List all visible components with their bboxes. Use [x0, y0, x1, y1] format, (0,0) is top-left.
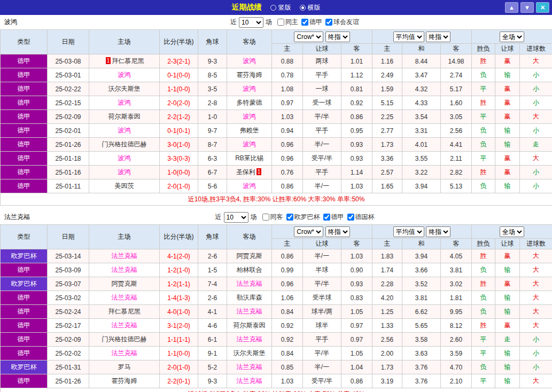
avg-draw: 3.63	[402, 347, 441, 360]
result-goals: 小	[520, 96, 552, 110]
filter-checkbox-input[interactable]	[347, 214, 354, 221]
sub-handicap-result: 让球	[495, 239, 520, 249]
result-handicap: 输	[495, 138, 520, 152]
filter-checkbox[interactable]: 德甲	[323, 213, 344, 222]
avg-away: 1.81	[441, 291, 472, 305]
result-goals: 大	[520, 277, 552, 291]
filter-checkbox[interactable]: 同主	[277, 18, 298, 27]
filter-checkbox-input[interactable]	[325, 19, 332, 26]
filter-checkbox-input[interactable]	[286, 214, 293, 221]
away-team-name: 多特蒙德	[237, 99, 262, 106]
bochum-results-table: 类型 日期 主场 比分(半场) 角球 客场 Crow* 终指 平均值 终指 全场	[0, 29, 552, 206]
result-goals: 小	[520, 82, 552, 96]
league-badge: 德甲	[1, 152, 48, 166]
odds-home: 0.76	[272, 166, 303, 179]
score-cell: 4-0(1-0)	[160, 305, 198, 319]
fulltime-select[interactable]: 全场	[500, 32, 524, 42]
average-select[interactable]: 平均值	[393, 226, 424, 237]
result-outcome: 胜	[472, 249, 495, 263]
result-goals: 大	[520, 110, 552, 124]
score-cell: 3-3(0-3)	[160, 152, 198, 166]
home-team-cell: 波鸿	[89, 166, 160, 179]
away-team-name: 霍芬海姆	[237, 71, 262, 79]
filter-checkbox[interactable]: 同客	[262, 213, 283, 222]
corners-cell: 1-5	[198, 263, 227, 277]
match-row: 德甲 25-02-17 法兰克福 3-1(2-0) 4-6 荷尔斯泰因 0.92…	[1, 319, 552, 333]
result-handicap: 赢	[495, 152, 520, 166]
odds-away: 1.05	[341, 347, 372, 360]
recent-count-select[interactable]: 10	[239, 17, 263, 28]
close-button[interactable]: ✕	[536, 2, 549, 13]
home-team-cell: 美因茨	[89, 179, 160, 193]
fulltime-select[interactable]: 全场	[500, 226, 524, 237]
col-corners: 角球	[198, 30, 227, 54]
away-team-cell: 波鸿	[227, 138, 272, 152]
odds-final-select[interactable]: 终指	[325, 226, 350, 237]
away-team-cell: 霍芬海姆	[227, 68, 272, 82]
league-badge: 德甲	[1, 96, 48, 110]
avg-home: 1.59	[372, 82, 402, 96]
odds-away: 0.90	[341, 263, 372, 277]
sub-goals: 进球数	[520, 44, 552, 54]
filter-checkbox-input[interactable]	[323, 214, 330, 221]
filter-checkbox-input[interactable]	[262, 214, 269, 221]
filter-checkbox[interactable]: 德甲	[301, 18, 322, 27]
odds-home: 0.96	[272, 138, 303, 152]
odds-away: 0.93	[341, 152, 372, 166]
filter-checkbox[interactable]: 德国杯	[347, 213, 375, 222]
result-goals: 小	[520, 166, 552, 179]
col-home: 主场	[89, 30, 160, 54]
sub-avg-home: 主	[372, 44, 402, 54]
col-score: 比分(半场)	[160, 30, 198, 54]
filter-checkbox-input[interactable]	[277, 19, 284, 26]
avg-home: 1.65	[372, 179, 402, 193]
match-row: 欧罗巴杯 25-01-31 罗马 2-0(1-0) 5-2 法兰克福 0.85 …	[1, 360, 552, 374]
titlebar-buttons: ▲ ▼ ✕	[505, 2, 549, 13]
layout-radio-vertical[interactable]: 竖版	[270, 3, 291, 12]
col-home: 主场	[89, 225, 160, 249]
league-badge: 欧罗巴杯	[1, 277, 48, 291]
avg-away: 2.60	[441, 333, 472, 347]
scroll-down-button[interactable]: ▼	[520, 2, 534, 13]
layout-radio-horizontal[interactable]: 横版	[300, 3, 321, 12]
result-outcome: 平	[472, 82, 495, 96]
odds-handicap: 球半/两	[303, 305, 341, 319]
avg-home: 2.28	[372, 277, 402, 291]
average-final-select[interactable]: 终指	[426, 32, 450, 42]
section-bochum: 波鸿 近 10 场 同主德甲球会友谊 类型 日期 主场 比分(半场) 角球 客场	[0, 15, 552, 206]
fulltime-header: 全场	[472, 30, 552, 44]
avg-home: 4.20	[372, 291, 402, 305]
odds-final-select[interactable]: 终指	[325, 32, 350, 42]
league-badge: 欧罗巴杯	[1, 249, 48, 263]
away-rank-badge: 1	[256, 168, 262, 175]
away-team-name: 阿贾克斯	[237, 252, 262, 260]
average-final-select[interactable]: 终指	[426, 226, 450, 237]
home-team-name: 拜仁慕尼黑	[112, 57, 144, 65]
corners-cell: 8-7	[198, 138, 227, 152]
corners-cell: 4-6	[198, 319, 227, 333]
result-goals: 大	[520, 305, 552, 319]
odds-handicap: 球半	[303, 319, 341, 333]
odds-company-select[interactable]: Crow*	[294, 226, 323, 237]
odds-home: 0.86	[272, 179, 303, 193]
filter-checkbox[interactable]: 欧罗巴杯	[286, 213, 320, 222]
filter-checkbox[interactable]: 球会友谊	[325, 18, 359, 27]
recent-count-select[interactable]: 10	[224, 212, 248, 223]
sub-avg-draw: 和	[402, 239, 441, 249]
result-handicap: 走	[495, 333, 520, 347]
sub-avg-away: 客	[441, 239, 472, 249]
avg-home: 5.15	[372, 96, 402, 110]
close-icon: ✕	[540, 4, 545, 11]
filter-checkbox-input[interactable]	[301, 19, 308, 26]
scroll-up-button[interactable]: ▲	[505, 2, 518, 13]
home-team-name: 门兴格拉德巴赫	[102, 335, 147, 343]
odds-home: 1.03	[272, 110, 303, 124]
avg-home: 2.56	[372, 333, 402, 347]
home-team-name: 法兰克福	[112, 349, 137, 357]
home-team-cell: 法兰克福	[89, 347, 160, 360]
corners-cell: 2-8	[198, 96, 227, 110]
average-select[interactable]: 平均值	[393, 32, 424, 42]
match-row: 德甲 25-03-09 法兰克福 1-2(1-0) 1-5 柏林联合 0.99 …	[1, 263, 552, 277]
home-team-cell: 霍芬海姆	[89, 374, 160, 388]
odds-company-select[interactable]: Crow*	[294, 32, 323, 42]
